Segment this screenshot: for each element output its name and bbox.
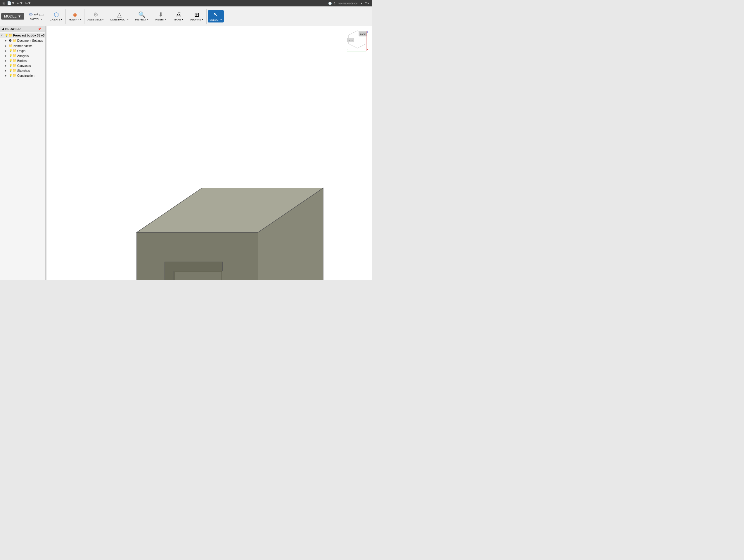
apps-icon[interactable]: ⊞	[2, 1, 5, 5]
tree-construction[interactable]: ▶ 💡 📁 Construction	[0, 73, 45, 78]
browser-panel: ◀ BROWSER 📌 | ▼ 💡 📁 Forecast buddy 35 v3…	[0, 26, 45, 280]
make-icons: 🖨	[176, 12, 182, 17]
canvases-label: Canvases	[17, 64, 31, 68]
construct-icon: △	[117, 12, 121, 17]
addins-icon: ⊞	[194, 12, 199, 17]
sep4	[107, 9, 107, 24]
nv-arrow: ▶	[5, 44, 9, 47]
sketches-folder-icon: 📁	[12, 69, 17, 72]
construction-folder-icon: 📁	[12, 74, 17, 77]
tree-document-settings[interactable]: ▶ ⚙ 📁 Document Settings	[0, 38, 45, 43]
tree-root[interactable]: ▼ 💡 📁 Forecast buddy 35 v3 ✔	[0, 33, 45, 38]
nv-label: Named Views	[13, 44, 32, 48]
sep8	[187, 9, 187, 24]
box-front-face	[137, 232, 258, 280]
insert-label: INSERT ▼	[155, 18, 167, 21]
browser-more[interactable]: |	[42, 28, 43, 31]
origin-folder-icon: 📁	[12, 49, 17, 52]
f-htop	[165, 262, 222, 271]
sketches-light-icon: 💡	[9, 69, 12, 72]
canvases-folder-icon: 📁	[12, 64, 17, 68]
top-bar-left: ⊞ 📄▼ ↩▼ ↪▼	[2, 1, 31, 5]
toolbar-modify[interactable]: ◈ MODIFY ▼	[67, 10, 83, 22]
tree-canvases[interactable]: ▶ 💡 📁 Canvases	[0, 63, 45, 68]
bodies-folder-icon: 📁	[12, 59, 17, 63]
sketches-label: Sketches	[17, 69, 30, 72]
make-icon: 🖨	[176, 12, 182, 17]
construction-arrow: ▶	[5, 74, 9, 77]
bodies-arrow: ▶	[5, 59, 9, 62]
tree-origin[interactable]: ▶ 💡 📁 Origin	[0, 48, 45, 53]
sep5	[132, 9, 132, 24]
tree-sketches[interactable]: ▶ 💡 📁 Sketches	[0, 68, 45, 73]
redo-icon[interactable]: ↪▼	[25, 1, 31, 5]
analysis-label: Analysis	[17, 54, 29, 57]
svg-text:Z: Z	[367, 31, 368, 33]
viewcube-left-label: LEFT	[348, 40, 353, 41]
model-label: MODEL	[4, 14, 17, 18]
toolbar-make[interactable]: 🖨 MAKE ▼	[171, 10, 186, 22]
select-icon: ↖	[213, 11, 218, 18]
3d-scene	[46, 26, 372, 280]
make-label: MAKE ▼	[174, 18, 183, 21]
viewport[interactable]: BACK LEFT X Y Z ⊕▼ ⊞ ✋ 🔍 🔍▼ ⬚▼ ⬚▼ ⬚▼	[46, 26, 372, 280]
analysis-light-icon: 💡	[9, 54, 12, 57]
modify-icons: ◈	[73, 12, 77, 17]
browser-tree: ▼ 💡 📁 Forecast buddy 35 v3 ✔ ▶ ⚙ 📁 Docum…	[0, 32, 45, 280]
assemble-label: ASSEMBLE ▼	[87, 18, 104, 21]
create-icons: ⬡	[54, 12, 59, 17]
construct-label: CONSTRUCT ▼	[110, 18, 129, 21]
top-bar: ⊞ 📄▼ ↩▼ ↪▼ 🕐 1 ivo mavrodinov ▼ ?▼	[0, 0, 372, 6]
model-arrow: ▼	[18, 14, 21, 18]
toolbar-inspect[interactable]: 🔍 INSPECT ▼	[133, 10, 150, 22]
main-toolbar: MODEL ▼ ✏ ↩ ▭ SKETCH ▼ ⬡ CREATE ▼ ◈ MODI…	[0, 6, 372, 26]
root-arrow: ▼	[1, 34, 5, 37]
root-label: Forecast buddy 35 v3	[13, 34, 44, 37]
tree-bodies[interactable]: ▶ 💡 📁 Bodies	[0, 58, 45, 63]
toolbar-sketch[interactable]: ✏ ↩ ▭ SKETCH ▼	[27, 11, 46, 22]
bodies-light-icon: 💡	[9, 59, 12, 62]
browser-collapse[interactable]: ◀	[2, 28, 4, 31]
canvases-arrow: ▶	[5, 64, 9, 67]
user-arrow[interactable]: ▼	[360, 2, 363, 5]
sketch-icon3: ▭	[39, 12, 44, 17]
root-folder-icon: 📁	[8, 34, 12, 37]
modify-icon: ◈	[73, 12, 77, 17]
toolbar-create[interactable]: ⬡ CREATE ▼	[48, 10, 65, 22]
analysis-arrow: ▶	[5, 54, 9, 57]
help-icon[interactable]: ?▼	[365, 2, 370, 5]
inspect-label: INSPECT ▼	[135, 18, 149, 21]
inspect-icon: 🔍	[138, 12, 146, 17]
canvases-light-icon: 💡	[9, 64, 12, 67]
toolbar-select[interactable]: ↖ SELECT ▼	[208, 10, 224, 23]
bodies-label: Bodies	[17, 59, 27, 63]
file-icon[interactable]: 📄▼	[7, 1, 15, 5]
clock-icon: 🕐	[328, 2, 332, 5]
model-dropdown[interactable]: MODEL ▼	[1, 13, 24, 19]
viewcube-svg: BACK LEFT X Y Z	[346, 29, 369, 52]
toolbar-addins[interactable]: ⊞ ADD-INS ▼	[188, 10, 205, 22]
viewcube[interactable]: BACK LEFT X Y Z	[346, 29, 369, 52]
browser-header: ◀ BROWSER 📌 |	[0, 26, 45, 32]
assemble-icons: ⚙	[93, 12, 99, 17]
sep1	[47, 9, 47, 24]
tree-analysis[interactable]: ▶ 💡 📁 Analysis	[0, 53, 45, 58]
user-name[interactable]: ivo mavrodinov	[338, 2, 358, 5]
top-bar-right: 🕐 1 ivo mavrodinov ▼ ?▼	[328, 2, 370, 5]
construction-light-icon: 💡	[9, 74, 12, 77]
toolbar-insert[interactable]: ⬇ INSERT ▼	[153, 10, 169, 22]
undo-icon[interactable]: ↩▼	[17, 1, 23, 5]
doc-arrow: ▶	[5, 39, 9, 42]
root-checkmark: ✔	[44, 33, 45, 37]
browser-pin[interactable]: 📌	[38, 28, 41, 31]
sep3	[84, 9, 84, 24]
root-light-icon: 💡	[5, 34, 8, 37]
browser-title: BROWSER	[5, 28, 21, 31]
addins-label: ADD-INS ▼	[190, 18, 203, 21]
tree-named-views[interactable]: ▶ 📁 Named Views	[0, 43, 45, 48]
sep9	[206, 9, 207, 24]
toolbar-assemble[interactable]: ⚙ ASSEMBLE ▼	[86, 10, 106, 22]
toolbar-construct[interactable]: △ CONSTRUCT ▼	[108, 10, 131, 22]
doc-folder-icon: 📁	[12, 39, 17, 43]
select-label: SELECT ▼	[210, 18, 222, 21]
